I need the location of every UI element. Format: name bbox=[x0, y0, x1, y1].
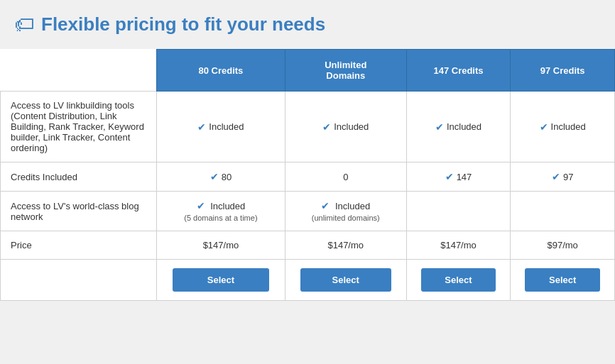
select-button-147[interactable]: Select bbox=[421, 268, 496, 292]
cell-select-80: Select bbox=[157, 260, 285, 301]
cell-blog-147 bbox=[406, 192, 511, 231]
table-section: 80 Credits UnlimitedDomains 147 Credits … bbox=[0, 49, 615, 301]
cell-select-97: Select bbox=[511, 260, 615, 301]
check-icon: ✔ bbox=[197, 200, 205, 211]
table-row price-row: Price $147/mo $147/mo $147/mo $97/mo bbox=[1, 231, 615, 260]
credits-value: 80 bbox=[222, 172, 232, 182]
cell-price-unlimited: $147/mo bbox=[285, 231, 406, 260]
select-button-80[interactable]: Select bbox=[173, 268, 270, 292]
table-row: Access to LV linkbuilding tools (Content… bbox=[1, 92, 615, 162]
cell-credits-147: ✔ 147 bbox=[406, 162, 511, 192]
feature-label-empty bbox=[1, 260, 157, 301]
cell-blog-80: ✔ Included (5 domains at a time) bbox=[157, 192, 285, 231]
select-button-unlimited[interactable]: Select bbox=[300, 268, 391, 292]
cell-blog-97 bbox=[511, 192, 615, 231]
cell-credits-97: ✔ 97 bbox=[511, 162, 615, 192]
col-header-147credits: 147 Credits bbox=[406, 50, 511, 92]
feature-label: Credits Included bbox=[1, 162, 157, 192]
tag-icon: 🏷 bbox=[14, 13, 34, 36]
cell-tools-97: ✔ Included bbox=[511, 92, 615, 162]
included-label: Included bbox=[447, 121, 481, 132]
check-icon: ✔ bbox=[321, 200, 330, 211]
table-row: Select Select Select Select bbox=[1, 260, 615, 301]
included-label: Included bbox=[334, 121, 369, 132]
check-icon: ✔ bbox=[445, 171, 454, 182]
cell-credits-80: ✔ 80 bbox=[157, 162, 285, 192]
credits-value: 0 bbox=[343, 172, 348, 182]
check-icon: ✔ bbox=[435, 121, 444, 133]
col-header-empty bbox=[1, 50, 157, 92]
cell-price-97: $97/mo bbox=[511, 231, 615, 260]
feature-label: Access to LV's world-class blog network bbox=[1, 192, 157, 231]
check-icon: ✔ bbox=[322, 121, 331, 133]
price-value: $147/mo bbox=[327, 240, 364, 250]
included-label: Included bbox=[335, 201, 370, 211]
header-section: 🏷 Flexible pricing to fit your needs bbox=[0, 0, 615, 49]
col-header-97credits: 97 Credits bbox=[511, 50, 615, 92]
blog-note: (unlimited domains) bbox=[312, 214, 380, 222]
cell-tools-147: ✔ Included bbox=[406, 92, 511, 162]
included-label: Included bbox=[210, 201, 245, 211]
blog-note: (5 domains at a time) bbox=[184, 214, 257, 222]
credits-value: 147 bbox=[457, 172, 472, 182]
page-title: Flexible pricing to fit your needs bbox=[41, 13, 325, 35]
check-icon: ✔ bbox=[552, 171, 560, 182]
table-row: Credits Included ✔ 80 0 ✔ 147 bbox=[1, 162, 615, 192]
feature-label: Access to LV linkbuilding tools (Content… bbox=[1, 92, 157, 162]
cell-price-147: $147/mo bbox=[406, 231, 511, 260]
check-icon: ✔ bbox=[197, 121, 206, 133]
included-label: Included bbox=[209, 121, 244, 132]
cell-price-80: $147/mo bbox=[157, 231, 285, 260]
included-label: Included bbox=[551, 121, 586, 132]
credits-value: 97 bbox=[563, 172, 573, 182]
col-header-unlimited-domains: UnlimitedDomains bbox=[285, 50, 406, 92]
feature-label: Price bbox=[1, 231, 157, 260]
select-button-97[interactable]: Select bbox=[525, 268, 600, 292]
check-icon: ✔ bbox=[210, 171, 219, 182]
price-value: $147/mo bbox=[203, 240, 239, 250]
price-value: $147/mo bbox=[440, 240, 477, 250]
page-wrapper: 🏷 Flexible pricing to fit your needs 80 … bbox=[0, 0, 615, 301]
cell-tools-unlimited: ✔ Included bbox=[285, 92, 406, 162]
cell-tools-80: ✔ Included bbox=[157, 92, 285, 162]
cell-select-unlimited: Select bbox=[285, 260, 406, 301]
price-value: $97/mo bbox=[547, 240, 577, 250]
check-icon: ✔ bbox=[540, 121, 548, 133]
cell-blog-unlimited: ✔ Included (unlimited domains) bbox=[285, 192, 406, 231]
pricing-table: 80 Credits UnlimitedDomains 147 Credits … bbox=[0, 49, 615, 301]
cell-select-147: Select bbox=[406, 260, 511, 301]
col-header-80credits: 80 Credits bbox=[157, 50, 285, 92]
table-row: Access to LV's world-class blog network … bbox=[1, 192, 615, 231]
cell-credits-unlimited: 0 bbox=[285, 162, 406, 192]
